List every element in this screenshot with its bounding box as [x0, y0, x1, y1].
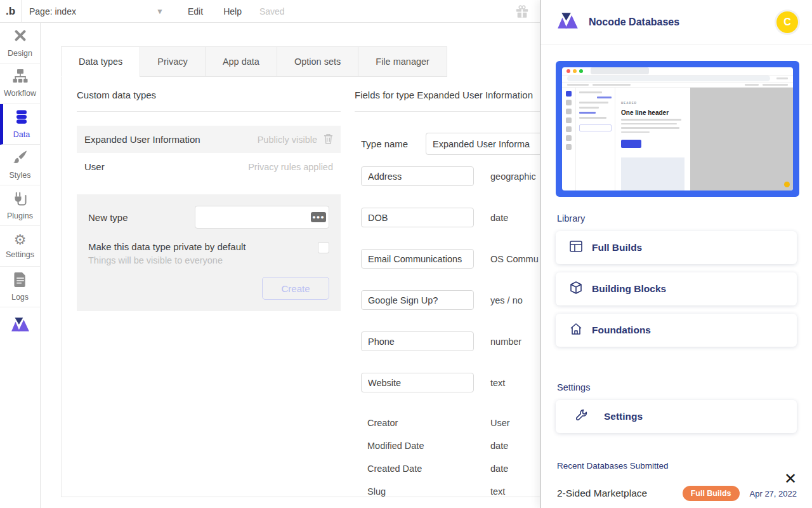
data-type-name: Expanded User Information: [84, 134, 200, 145]
save-status: Saved: [259, 6, 285, 17]
plug-icon: [13, 190, 28, 208]
workflow-icon: [13, 69, 28, 86]
debug-dot: [784, 182, 790, 187]
settings-item[interactable]: Settings: [556, 400, 797, 433]
sidebar-item-styles[interactable]: Styles: [0, 145, 40, 185]
document-icon: [14, 272, 27, 290]
browser-titlebar: [562, 67, 793, 76]
tab-privacy[interactable]: Privacy: [140, 46, 206, 77]
close-icon[interactable]: ✕: [784, 471, 797, 486]
nocode-databases-logo: [557, 12, 579, 32]
page-selector-dropdown[interactable]: Page: index ▼: [29, 6, 164, 17]
tab-data-types[interactable]: Data types: [61, 46, 140, 77]
sidebar-item-label: Logs: [11, 293, 29, 302]
home-icon: [570, 323, 582, 338]
new-type-input[interactable]: [195, 206, 329, 229]
traffic-light-yellow: [573, 69, 577, 73]
cube-icon: [570, 281, 582, 297]
library-section-label: Library: [557, 213, 812, 224]
topbar: .b Page: index ▼ Edit Help Saved: [0, 0, 540, 23]
sidebar-item-label: Plugins: [7, 211, 33, 220]
preview-eyebrow: HEADER: [621, 102, 684, 105]
gift-icon[interactable]: [515, 4, 529, 21]
browser-tab: [591, 67, 649, 74]
gear-icon: ⚙: [14, 233, 27, 247]
library-item-foundations[interactable]: Foundations: [556, 314, 797, 347]
design-tools-icon: [13, 28, 28, 46]
field-name-input[interactable]: [361, 208, 474, 227]
field-type: text: [490, 486, 505, 497]
wrench-icon: [575, 409, 587, 424]
type-name-label: Type name: [361, 138, 426, 149]
field-type: yes / no: [490, 295, 523, 305]
field-type: date: [490, 441, 508, 451]
create-type-button[interactable]: Create: [262, 277, 329, 300]
panel-title: Nocode Databases: [589, 17, 679, 28]
bubble-logo: .b: [0, 0, 22, 23]
data-type-visibility: Publicly visible: [258, 135, 317, 145]
private-by-default-checkbox[interactable]: [318, 242, 329, 253]
sidebar-item-nocode-databases[interactable]: [0, 307, 40, 344]
card-label: Building Blocks: [592, 283, 666, 295]
nocode-databases-panel: Nocode Databases C: [540, 0, 812, 508]
recent-databases-label: Recent Databases Submitted: [557, 461, 812, 471]
custom-data-types-column: Custom data types Expanded User Informat…: [62, 77, 341, 311]
edit-menu[interactable]: Edit: [188, 6, 203, 17]
field-type: User: [490, 418, 510, 428]
data-type-row[interactable]: Expanded User Information Publicly visib…: [77, 126, 341, 153]
field-name: Creator: [367, 418, 484, 428]
page-selector-value: Page: index: [29, 6, 76, 17]
field-name-input[interactable]: [361, 373, 474, 392]
editor-canvas-mini: [690, 88, 793, 190]
sidebar-item-label: Styles: [9, 171, 30, 180]
type-name-input[interactable]: [426, 133, 549, 155]
field-name: Created Date: [367, 464, 484, 474]
field-name: Slug: [367, 486, 484, 497]
sidebar-item-settings[interactable]: ⚙ Settings: [0, 226, 40, 267]
sidebar-item-label: Workflow: [4, 89, 36, 98]
field-name-input[interactable]: [361, 290, 474, 310]
database-name: 2-Sided Marketplace: [557, 488, 683, 499]
layout-icon: [570, 240, 582, 255]
ellipsis-options-icon[interactable]: ●●●: [311, 212, 326, 222]
tab-app-data[interactable]: App data: [205, 46, 277, 77]
field-name-input[interactable]: [361, 166, 474, 186]
new-type-form: New type ●●● Make this data type private…: [77, 194, 341, 311]
editor-sidebar-mini: [562, 88, 576, 190]
field-name-input[interactable]: [361, 249, 474, 269]
card-label: Foundations: [592, 324, 651, 336]
traffic-light-green: [579, 69, 583, 73]
sidebar-item-logs[interactable]: Logs: [0, 267, 40, 307]
field-type: geographic: [490, 171, 536, 182]
field-type: date: [490, 213, 508, 223]
sidebar-item-label: Data: [13, 130, 30, 139]
library-item-building-blocks[interactable]: Building Blocks: [556, 272, 797, 305]
avatar[interactable]: C: [776, 11, 798, 33]
field-name-input[interactable]: [361, 331, 474, 351]
card-label: Full Builds: [592, 242, 642, 253]
nocode-databases-logo: [11, 317, 30, 335]
sidebar-item-plugins[interactable]: Plugins: [0, 185, 40, 226]
preview-heading: One line header: [621, 109, 684, 116]
template-preview-image[interactable]: HEADER One line header: [556, 61, 799, 197]
help-menu[interactable]: Help: [223, 6, 242, 17]
category-badge: Full Builds: [683, 486, 740, 501]
trash-icon[interactable]: [324, 133, 333, 146]
traffic-light-red: [566, 69, 570, 73]
sidebar-item-label: Design: [8, 49, 32, 58]
recent-database-row[interactable]: 2-Sided Marketplace Full Builds Apr 27, …: [557, 486, 797, 501]
sidebar-item-workflow[interactable]: Workflow: [0, 64, 40, 104]
field-type: text: [490, 378, 505, 388]
panel-header: Nocode Databases C: [540, 0, 812, 44]
sidebar-item-data[interactable]: Data: [0, 104, 40, 145]
library-item-full-builds[interactable]: Full Builds: [556, 231, 797, 264]
field-type: date: [490, 464, 508, 474]
chevron-down-icon: ▼: [156, 7, 164, 16]
tab-option-sets[interactable]: Option sets: [277, 46, 358, 77]
data-type-row[interactable]: User Privacy rules applied: [77, 153, 341, 180]
page-preview-mini: HEADER One line header: [615, 88, 690, 190]
data-type-visibility: Privacy rules applied: [248, 162, 333, 172]
sidebar-item-design[interactable]: Design: [0, 23, 40, 64]
browser-urlbar: [562, 76, 793, 83]
tab-file-manager[interactable]: File manager: [358, 46, 447, 77]
